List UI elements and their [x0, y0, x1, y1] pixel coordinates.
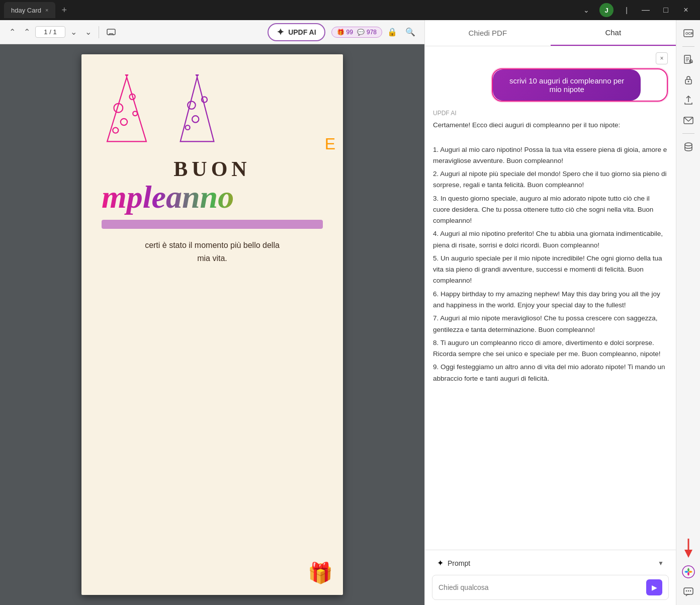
updf-ai-label: UPDF AI — [288, 28, 316, 36]
updf-ai-label: UPDF AI — [433, 110, 668, 117]
titlebar: hday Card × + ⌄ J | — □ × — [0, 0, 700, 20]
comment-button[interactable] — [103, 25, 119, 39]
svg-marker-9 — [181, 77, 214, 142]
credits-count: 99 — [346, 29, 353, 36]
prompt-dropdown-icon: ▼ — [658, 560, 664, 567]
red-arrow-container — [681, 539, 695, 559]
svg-point-32 — [687, 590, 688, 591]
pdf-canvas: BUON mpleanno certi è stato il momento p… — [0, 44, 424, 605]
buon-text: BUON — [102, 157, 323, 181]
new-tab-button[interactable]: + — [61, 5, 67, 16]
user-avatar[interactable]: J — [599, 3, 614, 17]
svg-text:OCR: OCR — [685, 32, 693, 35]
send-icon: ▶ — [652, 583, 657, 591]
svg-point-4 — [121, 119, 127, 125]
red-arrow-icon — [681, 539, 695, 559]
page-indicator[interactable]: 1 / 1 — [35, 26, 65, 38]
toolbar-nav-2[interactable]: ⌃ — [21, 25, 33, 39]
pdf-bottom-text: certi è stato il momento più bello della… — [102, 239, 323, 265]
svg-point-26 — [685, 143, 692, 146]
tab-chiedi-pdf[interactable]: Chiedi PDF — [425, 20, 551, 46]
scan-button[interactable] — [679, 51, 697, 69]
toolbar-nav-4[interactable]: ⌄ — [82, 25, 95, 39]
updf-ai-button[interactable]: ✦ UPDF AI — [268, 23, 325, 41]
svg-point-6 — [113, 128, 118, 133]
svg-point-31 — [685, 590, 686, 591]
credits-icon: 🎁 — [337, 29, 344, 36]
chat-bubble-icon — [683, 586, 694, 597]
party-hat-1 — [102, 74, 152, 147]
toolbar-nav-1[interactable]: ⌃ — [6, 25, 19, 39]
tab-label: hday Card — [11, 7, 41, 14]
svg-point-12 — [192, 116, 199, 122]
compleanno-text: mpleanno — [102, 179, 323, 216]
titlebar-controls: ⌄ J | — □ × — [581, 3, 692, 17]
chat-input-row: ▶ — [432, 575, 669, 600]
user-message-container: scrivi 10 auguri di compleanno per mio n… — [433, 68, 668, 102]
svg-point-5 — [133, 111, 137, 116]
updf-circle-button[interactable] — [679, 563, 697, 581]
tab-chat[interactable]: Chat — [551, 20, 676, 46]
database-icon — [683, 141, 694, 152]
upload-icon — [683, 95, 694, 106]
toolbar-divider-1 — [99, 26, 99, 38]
chat-input[interactable] — [439, 583, 646, 591]
toolbar-nav-3[interactable]: ⌄ — [67, 25, 80, 39]
ai-response-container: UPDF AI Certamente! Ecco dieci auguri di… — [433, 110, 668, 384]
svg-point-10 — [188, 101, 196, 109]
chat-close-button[interactable]: × — [656, 52, 668, 64]
svg-point-33 — [689, 590, 690, 591]
panel-tabs: Chiedi PDF Chat — [425, 20, 676, 46]
chat-bubble-button[interactable] — [679, 583, 697, 601]
database-button[interactable] — [679, 138, 697, 156]
svg-point-13 — [186, 125, 190, 130]
nav-down-icon[interactable]: ⌄ — [581, 6, 591, 14]
gift-box-decoration: 🎁 — [308, 561, 333, 585]
lock-button[interactable] — [679, 71, 697, 89]
tab-close-icon[interactable]: × — [45, 7, 48, 13]
ocr-button[interactable]: OCR — [679, 24, 697, 42]
search-toolbar-button[interactable]: 🔍 — [402, 25, 418, 39]
separator-icon: | — [622, 6, 632, 14]
minimize-button[interactable]: — — [640, 6, 652, 15]
user-message-highlight: scrivi 10 auguri di compleanno per mio n… — [492, 68, 668, 102]
party-hat-2 — [172, 74, 222, 147]
prompt-label: Prompt — [448, 559, 470, 567]
send-button[interactable]: ▶ — [646, 579, 662, 595]
svg-point-15 — [196, 74, 199, 76]
mail-button[interactable] — [679, 111, 697, 129]
updf-ai-logo: ✦ — [277, 27, 284, 38]
ai-response-text: Certamente! Ecco dieci auguri di complea… — [433, 120, 668, 384]
maximize-button[interactable]: □ — [660, 6, 672, 15]
prompt-selector[interactable]: ✦ Prompt ▼ — [432, 555, 669, 571]
ribbon-decoration — [102, 220, 323, 229]
lock-toolbar-button[interactable]: 🔒 — [384, 25, 400, 39]
messages-count: 978 — [367, 29, 377, 36]
sidebar-divider-1 — [682, 46, 694, 47]
toolbar-right: 🎁 99 💬 978 — [331, 27, 382, 38]
upload-button[interactable] — [679, 91, 697, 109]
user-message-bubble: scrivi 10 auguri di compleanno per mio n… — [493, 69, 641, 101]
svg-marker-28 — [684, 550, 692, 558]
svg-point-24 — [687, 81, 689, 82]
lock-icon — [683, 74, 694, 85]
chat-header-row: × — [433, 52, 668, 64]
main-container: ⌃ ⌃ 1 / 1 ⌄ ⌄ ✦ UPDF AI 🎁 99 💬 — [0, 20, 700, 605]
svg-point-8 — [125, 74, 129, 76]
comment-icon — [106, 27, 116, 37]
sidebar-divider-2 — [682, 133, 694, 134]
prompt-area: ✦ Prompt ▼ ▶ — [425, 550, 676, 605]
mail-icon — [683, 115, 694, 126]
credits-badge[interactable]: 🎁 99 💬 978 — [331, 27, 382, 38]
pdf-toolbar: ⌃ ⌃ 1 / 1 ⌄ ⌄ ✦ UPDF AI 🎁 99 💬 — [0, 20, 424, 44]
ocr-icon: OCR — [683, 28, 694, 39]
browser-tab[interactable]: hday Card × — [4, 2, 55, 18]
decoration-letter: E — [325, 135, 335, 153]
close-window-button[interactable]: × — [680, 6, 692, 15]
prompt-left: ✦ Prompt — [437, 558, 470, 568]
updf-circle-icon — [681, 565, 695, 579]
chat-area: × scrivi 10 auguri di compleanno per mio… — [425, 46, 676, 550]
prompt-logo-icon: ✦ — [437, 558, 444, 568]
right-panel: Chiedi PDF Chat × scrivi 10 auguri di co… — [424, 20, 676, 605]
pdf-area: ⌃ ⌃ 1 / 1 ⌄ ⌄ ✦ UPDF AI 🎁 99 💬 — [0, 20, 424, 605]
